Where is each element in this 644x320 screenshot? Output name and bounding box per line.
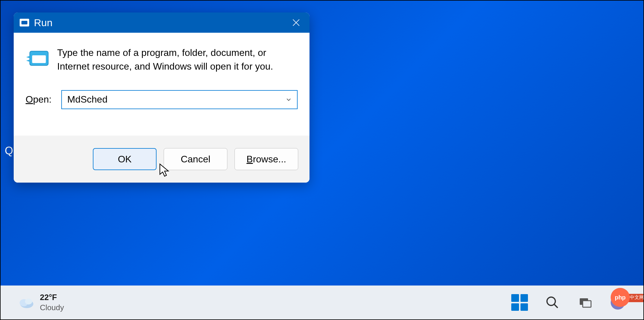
dialog-description: Type the name of a program, folder, docu… [57, 46, 298, 73]
window-title: Run [34, 17, 52, 29]
ok-button[interactable]: OK [93, 148, 157, 170]
close-button[interactable] [283, 12, 310, 33]
search-button[interactable] [544, 294, 561, 311]
dialog-footer: OK Cancel Browse... [14, 136, 310, 183]
search-icon [545, 295, 559, 310]
svg-point-6 [25, 299, 32, 305]
taskbar[interactable]: 22°F Cloudy [1, 286, 643, 319]
run-program-icon [26, 47, 50, 68]
svg-rect-10 [583, 301, 591, 307]
watermark-logo: php [611, 288, 630, 307]
start-button[interactable] [511, 294, 528, 311]
svg-line-8 [554, 305, 558, 308]
watermark-badge: php 中文网 [611, 288, 642, 307]
run-dialog: Run Type the name of a program, folder, … [14, 12, 310, 183]
task-view-button[interactable] [577, 294, 593, 311]
desktop-partial-text: Q [5, 145, 13, 157]
browse-button[interactable]: Browse... [235, 148, 298, 170]
windows-logo-icon [511, 294, 528, 311]
cancel-button[interactable]: Cancel [164, 148, 227, 170]
svg-point-7 [547, 297, 555, 305]
dialog-body: Type the name of a program, folder, docu… [14, 33, 310, 136]
run-titlebar-icon [20, 19, 29, 26]
svg-rect-3 [32, 55, 46, 63]
open-input[interactable] [61, 90, 298, 109]
close-icon [291, 18, 301, 27]
titlebar[interactable]: Run [14, 12, 310, 33]
task-view-icon [578, 295, 592, 310]
weather-condition: Cloudy [40, 303, 64, 313]
weather-temperature: 22°F [40, 293, 64, 303]
open-label: Open: [26, 94, 55, 105]
weather-cloud-icon [18, 295, 35, 310]
open-combobox[interactable] [61, 90, 298, 109]
weather-widget[interactable]: 22°F Cloudy [18, 293, 64, 312]
